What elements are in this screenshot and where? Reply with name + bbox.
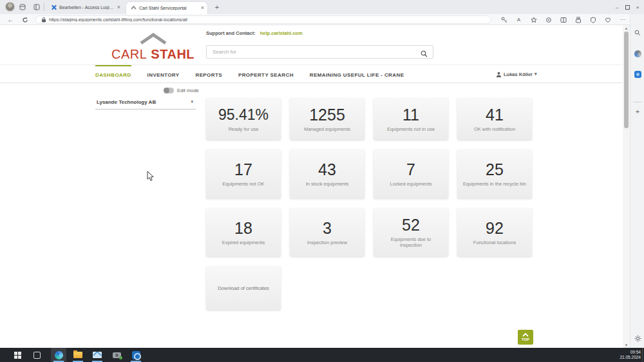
chevron-up-icon <box>522 333 529 337</box>
screenshot-tool-icon[interactable] <box>111 349 122 361</box>
tile-equipments-in-the-recycle-bin[interactable]: 25 Equipments in the recycle bin <box>457 149 532 198</box>
tile-download-of-certificates[interactable]: Download of certificates <box>206 266 281 310</box>
mouse-cursor <box>147 171 155 182</box>
browser-essentials-icon[interactable] <box>603 15 612 24</box>
sidebar-settings-icon[interactable] <box>633 334 642 343</box>
collections-icon[interactable] <box>574 15 582 24</box>
browser-toolbar: ← https://staging-equipments.carlstahl-l… <box>0 14 644 25</box>
tile-equipments-not-ok[interactable]: 17 Equipments not OK <box>206 149 281 198</box>
shield-icon[interactable] <box>589 15 597 24</box>
close-button[interactable]: × <box>632 0 643 14</box>
start-button[interactable] <box>12 349 23 361</box>
page-content: Support and Contact: help.carlstahl.com … <box>0 25 623 348</box>
workspaces-icon[interactable] <box>17 2 27 12</box>
page-scrollbar[interactable]: ▲ ▼ <box>623 25 630 348</box>
lock-icon <box>41 17 46 23</box>
tile-in-stock-equipments[interactable]: 43 In stock equipments <box>290 149 365 198</box>
nav-remaining-useful-life-crane[interactable]: REMAINING USEFUL LIFE - CRANE <box>310 65 404 83</box>
access-favicon <box>51 5 57 10</box>
scroll-to-top-button[interactable]: TOP <box>518 330 533 345</box>
windows-taskbar: 09:54 21.05.2024 <box>0 348 644 362</box>
url-text: https://staging-equipments.carlstahl-lif… <box>49 17 187 22</box>
company-select-caret-icon: ▾ <box>191 99 193 104</box>
tab-access-login[interactable]: Bearbeiten - Access Login - Hel × <box>46 0 124 14</box>
company-select[interactable]: Lysande Technology AB ▾ <box>95 96 196 110</box>
mail-icon[interactable] <box>91 349 103 361</box>
edge-taskbar-icon[interactable] <box>53 349 64 361</box>
browser-titlebar: Bearbeiten - Access Login - Hel × Carl S… <box>0 0 644 14</box>
tile-functional-locations[interactable]: 92 Functional locations <box>457 208 532 256</box>
top-button-label: TOP <box>522 338 529 341</box>
add-app-icon[interactable]: + <box>633 107 642 116</box>
file-explorer-icon[interactable] <box>72 349 84 361</box>
support-contact: Support and Contact: help.carlstahl.com <box>206 30 303 36</box>
carl-stahl-favicon <box>131 5 137 11</box>
browser-profile-avatar[interactable] <box>5 2 15 12</box>
edit-mode-label: Edit mode <box>177 88 199 93</box>
support-label: Support and Contact: <box>206 30 256 36</box>
tab-title: Bearbeiten - Access Login - Hel <box>59 5 114 10</box>
copilot-app-icon[interactable] <box>633 49 642 58</box>
tab-actions-icon[interactable] <box>32 2 41 12</box>
tile-ready-for-use[interactable]: 95.41% Ready for use <box>206 98 281 140</box>
sidebar-divider <box>633 102 642 102</box>
new-tab-button[interactable]: + <box>213 3 222 12</box>
search-input[interactable] <box>207 46 419 58</box>
tile-locked-equipments[interactable]: 7 Locked equipments <box>374 149 448 198</box>
split-screen-icon[interactable] <box>559 15 567 24</box>
tile-equipments-due-to-inspection[interactable]: 52 Equipments due to inspection <box>374 208 448 256</box>
nav-reports[interactable]: REPORTS <box>195 65 222 83</box>
taskbar-clock[interactable]: 09:54 21.05.2024 <box>620 350 641 360</box>
scrollbar-down-icon[interactable]: ▼ <box>623 342 630 348</box>
more-options-icon[interactable]: ⋯ <box>618 15 627 24</box>
favorites-star-icon[interactable] <box>529 15 538 24</box>
search-box <box>206 45 433 59</box>
screen: Bearbeiten - Access Login - Hel × Carl S… <box>0 0 644 362</box>
read-aloud-icon[interactable]: A <box>515 15 523 24</box>
user-caret-icon: ▾ <box>535 71 537 77</box>
toolbar-icons: A ⋯ <box>500 15 641 24</box>
company-select-value: Lysande Technology AB <box>97 99 156 105</box>
tile-ok-with-notification[interactable]: 41 OK with notification <box>457 98 532 140</box>
tab-close-icon[interactable]: × <box>201 5 204 11</box>
clock-date: 21.05.2024 <box>620 355 641 360</box>
designer-app-icon[interactable] <box>633 70 642 79</box>
nav-inventory[interactable]: INVENTORY <box>147 65 180 83</box>
main-nav: DASHBOARD INVENTORY REPORTS PROPERTY SEA… <box>0 64 623 83</box>
tile-inspection-preview[interactable]: 3 Inspection preview <box>290 208 365 256</box>
outlook-icon[interactable] <box>130 349 142 361</box>
back-icon[interactable]: ← <box>6 15 15 24</box>
user-name: Lukas Köller <box>504 71 533 77</box>
tab-separator <box>44 3 44 11</box>
clock-time: 09:54 <box>620 350 641 355</box>
task-view-icon[interactable] <box>31 349 43 361</box>
tile-expired-equipments[interactable]: 18 Expired equipments <box>206 208 281 256</box>
nav-property-search[interactable]: PROPERTY SEARCH <box>238 65 294 83</box>
logo-roof-icon <box>138 33 168 46</box>
sync-icon[interactable] <box>544 15 553 24</box>
edit-mode-control: Edit mode <box>164 88 199 93</box>
tab-close-icon[interactable]: × <box>117 5 120 10</box>
nav-dashboard[interactable]: DASHBOARD <box>95 65 131 83</box>
carl-stahl-logo: CARL STAHL <box>106 33 200 64</box>
scrollbar-up-icon[interactable]: ▲ <box>623 25 630 31</box>
scrollbar-thumb[interactable] <box>624 32 629 128</box>
maximize-button[interactable] <box>622 0 632 14</box>
address-bar[interactable]: https://staging-equipments.carlstahl-lif… <box>35 15 491 24</box>
dashboard-tiles: 95.41% Ready for use 1255 Managed equipm… <box>206 98 532 256</box>
tab-title: Carl Stahl Serviceportal <box>139 6 198 10</box>
tile-equipments-not-in-use[interactable]: 11 Equipments not in use <box>374 98 448 140</box>
reload-icon[interactable] <box>21 15 29 24</box>
edit-mode-toggle[interactable] <box>164 88 174 93</box>
search-icon[interactable] <box>421 48 428 60</box>
minimize-button[interactable]: – <box>612 0 622 14</box>
user-menu[interactable]: Lukas Köller ▾ <box>496 65 537 83</box>
edge-sidebar: + <box>630 14 644 348</box>
logo-text: CARL STAHL <box>106 47 200 62</box>
user-icon <box>496 71 502 77</box>
support-link[interactable]: help.carlstahl.com <box>260 30 303 36</box>
tile-managed-equipments[interactable]: 1255 Managed equipments <box>290 98 365 140</box>
sidebar-search-icon[interactable] <box>633 28 642 37</box>
password-icon[interactable] <box>500 15 508 24</box>
tab-carl-stahl-serviceportal[interactable]: Carl Stahl Serviceportal × <box>126 2 207 14</box>
